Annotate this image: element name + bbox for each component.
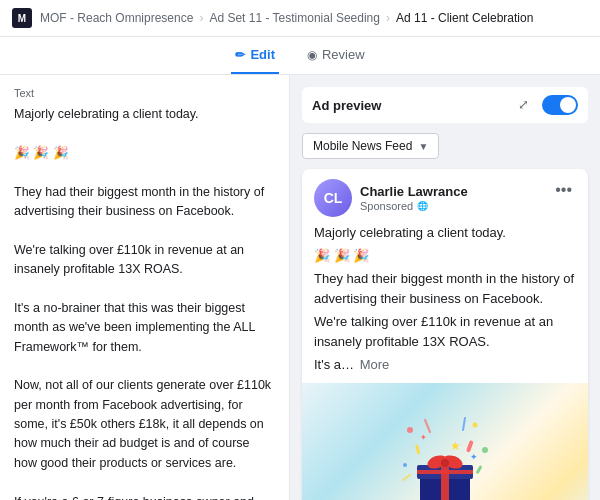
svg-rect-6 xyxy=(476,465,483,474)
preview-controls: ⤢ xyxy=(518,95,578,115)
tab-review[interactable]: ◉ Review xyxy=(303,37,369,74)
ad-preview-header: Ad preview ⤢ xyxy=(302,87,588,123)
svg-rect-5 xyxy=(415,444,420,454)
svg-line-8 xyxy=(463,418,465,430)
breadcrumb: M MOF - Reach Omnipresence › Ad Set 11 -… xyxy=(0,0,600,37)
ad-text-content[interactable]: Majorly celebrating a client today. 🎉 🎉 … xyxy=(14,105,275,500)
ad-line-2: 🎉 🎉 🎉 xyxy=(314,246,576,266)
ad-preview-label: Ad preview xyxy=(312,98,381,113)
avatar: CL xyxy=(314,179,352,217)
svg-text:★: ★ xyxy=(450,439,461,453)
text-label: Text xyxy=(14,87,275,99)
ad-line-4: We're talking over £110k in revenue at a… xyxy=(314,312,576,351)
ad-line-1: Majorly celebrating a client today. xyxy=(314,223,576,243)
right-panel: Ad preview ⤢ Mobile News Feed ▼ CL Ch xyxy=(290,75,600,500)
more-options-button[interactable]: ••• xyxy=(551,179,576,201)
advertiser-info: CL Charlie Lawrance Sponsored 🌐 xyxy=(314,179,468,217)
breadcrumb-current: Ad 11 - Client Celebration xyxy=(396,11,533,25)
left-panel: Text Majorly celebrating a client today.… xyxy=(0,75,290,500)
breadcrumb-link-1[interactable]: MOF - Reach Omnipresence xyxy=(40,11,193,25)
breadcrumb-link-2[interactable]: Ad Set 11 - Testimonial Seeding xyxy=(209,11,380,25)
svg-point-16 xyxy=(441,459,449,467)
svg-point-2 xyxy=(482,447,488,453)
ad-image: ★ ✦ ✦ xyxy=(302,383,588,501)
chevron-down-icon: ▼ xyxy=(418,141,428,152)
review-icon: ◉ xyxy=(307,48,317,62)
placement-dropdown[interactable]: Mobile News Feed ▼ xyxy=(302,133,439,159)
ad-card: CL Charlie Lawrance Sponsored 🌐 ••• Majo… xyxy=(302,169,588,500)
svg-point-1 xyxy=(473,423,478,428)
edit-icon: ✏ xyxy=(235,48,245,62)
preview-toggle[interactable] xyxy=(542,95,578,115)
ad-card-header: CL Charlie Lawrance Sponsored 🌐 ••• xyxy=(302,169,588,223)
breadcrumb-sep-2: › xyxy=(386,11,390,25)
placement-label: Mobile News Feed xyxy=(313,139,412,153)
svg-line-9 xyxy=(403,475,410,480)
svg-line-7 xyxy=(425,420,430,432)
svg-text:✦: ✦ xyxy=(420,433,427,442)
ad-body-text: Majorly celebrating a client today. 🎉 🎉 … xyxy=(302,223,588,383)
advertiser-name: Charlie Lawrance xyxy=(360,184,468,199)
tab-bar: ✏ Edit ◉ Review xyxy=(0,37,600,75)
svg-rect-4 xyxy=(466,440,474,453)
external-link-icon[interactable]: ⤢ xyxy=(518,97,534,113)
main-layout: Text Majorly celebrating a client today.… xyxy=(0,75,600,500)
breadcrumb-sep-1: › xyxy=(199,11,203,25)
ad-line-5: It's a… More xyxy=(314,355,576,375)
more-link[interactable]: More xyxy=(360,357,390,372)
gift-box-illustration: ★ ✦ ✦ xyxy=(395,410,495,500)
svg-rect-13 xyxy=(417,470,473,474)
svg-text:✦: ✦ xyxy=(470,452,478,462)
sponsored-text: Sponsored xyxy=(360,200,413,212)
tab-edit[interactable]: ✏ Edit xyxy=(231,37,279,74)
svg-point-3 xyxy=(403,463,407,467)
app-logo: M xyxy=(12,8,32,28)
svg-point-0 xyxy=(407,427,413,433)
globe-icon: 🌐 xyxy=(417,201,428,211)
ad-line-3: They had their biggest month in the hist… xyxy=(314,269,576,308)
